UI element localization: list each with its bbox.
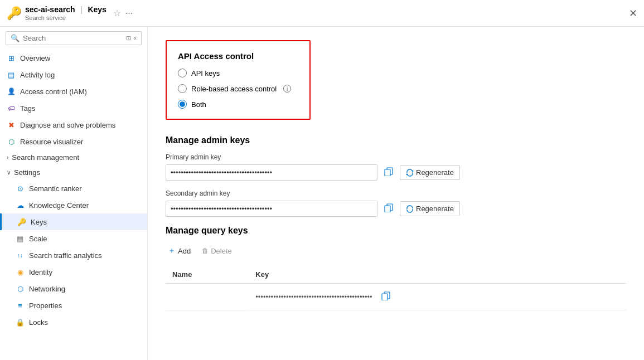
main-content: API Access control API keys Role-based a… <box>148 27 644 360</box>
sidebar-item-knowledge-center[interactable]: ☁ Knowledge Center <box>0 197 147 213</box>
sidebar-item-label: Diagnose and solve problems <box>20 121 141 129</box>
diagram-icon: ⬡ <box>7 137 16 146</box>
primary-key-input[interactable] <box>166 164 377 181</box>
radio-role-based-label: Role-based access control <box>191 85 277 93</box>
query-key-dots: ••••••••••••••••••••••••••••••••••••••••… <box>255 293 372 301</box>
collapse-icon[interactable]: « <box>133 35 137 42</box>
add-delete-row: ＋ Add 🗑 Delete <box>166 244 626 258</box>
secondary-key-input[interactable] <box>166 201 377 217</box>
close-icon[interactable]: ✕ <box>629 7 637 20</box>
radio-group: API keys Role-based access control i Bot… <box>178 69 298 109</box>
chevron-right-icon: › <box>7 154 8 160</box>
tag-icon: 🏷 <box>7 104 16 113</box>
api-access-box: API Access control API keys Role-based a… <box>166 40 311 120</box>
primary-key-copy-button[interactable] <box>382 165 395 180</box>
sidebar-item-keys[interactable]: 🔑 Keys <box>0 213 147 230</box>
secondary-key-copy-button[interactable] <box>382 201 395 216</box>
sidebar-item-overview[interactable]: ⊞ Overview <box>0 50 147 66</box>
sidebar-item-label: Scale <box>29 235 141 243</box>
more-options-icon[interactable]: ··· <box>125 8 133 18</box>
query-keys-title: Manage query keys <box>166 226 626 236</box>
search-icon: 🔍 <box>11 34 20 42</box>
sidebar-item-networking[interactable]: ⬡ Networking <box>0 280 147 297</box>
svg-rect-3 <box>385 206 390 212</box>
column-key: Key <box>249 266 626 284</box>
sidebar-item-label: Properties <box>29 301 141 310</box>
radio-api-keys-input[interactable] <box>178 69 187 77</box>
secondary-key-group: Secondary admin key Regenerate <box>166 189 626 217</box>
search-input[interactable] <box>23 34 123 42</box>
wrench-icon: ✖ <box>7 120 16 129</box>
sidebar-item-resource-visualizer[interactable]: ⬡ Resource visualizer <box>0 133 147 150</box>
query-key-name <box>166 284 249 311</box>
favorite-icon[interactable]: ☆ <box>113 8 121 18</box>
sidebar-item-tags[interactable]: 🏷 Tags <box>0 100 147 116</box>
add-query-key-button[interactable]: ＋ Add <box>166 244 193 258</box>
admin-keys-title: Manage admin keys <box>166 135 626 145</box>
sidebar-item-label: Semantic ranker <box>29 184 141 193</box>
radio-both-input[interactable] <box>178 100 187 109</box>
column-name: Name <box>166 266 249 284</box>
semantic-icon: ⊙ <box>16 184 25 193</box>
sidebar-item-diagnose[interactable]: ✖ Diagnose and solve problems <box>0 116 147 133</box>
query-key-copy-button[interactable] <box>379 289 393 304</box>
secondary-key-row: Regenerate <box>166 201 626 217</box>
sidebar-item-scale[interactable]: ▦ Scale <box>0 230 147 247</box>
knowledge-icon: ☁ <box>16 201 25 210</box>
sidebar-item-label: Knowledge Center <box>29 201 141 210</box>
add-label: Add <box>178 247 191 255</box>
delete-query-key-button[interactable]: 🗑 Delete <box>200 245 234 257</box>
chevron-down-icon: ∨ <box>7 169 11 176</box>
sidebar-item-properties[interactable]: ≡ Properties <box>0 297 147 314</box>
sidebar-search-management[interactable]: › Search management <box>0 150 147 165</box>
sidebar-item-access-control[interactable]: 👤 Access control (IAM) <box>0 83 147 100</box>
radio-api-keys[interactable]: API keys <box>178 69 298 77</box>
sidebar-item-label: Activity log <box>20 71 141 79</box>
info-icon[interactable]: i <box>283 85 291 93</box>
search-box[interactable]: 🔍 ⊡ « <box>6 31 142 45</box>
query-key-value: ••••••••••••••••••••••••••••••••••••••••… <box>249 284 626 310</box>
radio-role-based[interactable]: Role-based access control i <box>178 84 298 93</box>
primary-regen-label: Regenerate <box>416 168 454 177</box>
lock-icon: 🔒 <box>16 318 25 327</box>
person-icon: 👤 <box>7 87 16 96</box>
radio-api-keys-label: API keys <box>191 69 220 77</box>
topbar-icon: 🔑 <box>7 6 22 21</box>
secondary-regen-label: Regenerate <box>416 205 454 213</box>
svg-rect-1 <box>385 169 390 176</box>
sidebar-item-semantic-ranker[interactable]: ⊙ Semantic ranker <box>0 180 147 197</box>
radio-both[interactable]: Both <box>178 100 298 109</box>
primary-key-regenerate-button[interactable]: Regenerate <box>400 165 460 180</box>
sidebar-item-label: Overview <box>20 54 141 62</box>
scale-icon: ▦ <box>16 234 25 243</box>
delete-label: Delete <box>211 247 232 255</box>
topbar-service-type: Search service <box>25 14 106 21</box>
log-icon: ▤ <box>7 70 16 79</box>
secondary-key-label: Secondary admin key <box>166 189 626 197</box>
sidebar-item-label: Search traffic analytics <box>29 251 141 260</box>
analytics-icon: ↑↓ <box>16 251 25 260</box>
primary-key-row: Regenerate <box>166 164 626 181</box>
sidebar-item-identity[interactable]: ◉ Identity <box>0 264 147 280</box>
key-icon: 🔑 <box>17 217 26 226</box>
plus-icon: ＋ <box>168 246 176 256</box>
topbar-service-name: sec-ai-search <box>25 5 75 14</box>
secondary-key-regenerate-button[interactable]: Regenerate <box>400 201 460 216</box>
topbar: 🔑 sec-ai-search | Keys Search service ☆ … <box>0 0 644 27</box>
filter-icon[interactable]: ⊡ <box>126 35 131 42</box>
sidebar-item-label: Networking <box>29 285 141 293</box>
sidebar-item-activity-log[interactable]: ▤ Activity log <box>0 66 147 83</box>
sidebar-item-label: Resource visualizer <box>20 138 141 146</box>
trash-icon: 🗑 <box>202 247 209 255</box>
table-row: ••••••••••••••••••••••••••••••••••••••••… <box>166 284 626 311</box>
network-icon: ⬡ <box>16 284 25 293</box>
radio-role-based-input[interactable] <box>178 84 187 93</box>
primary-key-label: Primary admin key <box>166 153 626 161</box>
sidebar-item-search-traffic[interactable]: ↑↓ Search traffic analytics <box>0 247 147 264</box>
primary-key-group: Primary admin key Regener <box>166 153 626 181</box>
sidebar-item-locks[interactable]: 🔒 Locks <box>0 314 147 330</box>
sidebar-section-label: Settings <box>14 168 40 177</box>
sidebar-item-label: Keys <box>31 218 141 226</box>
identity-icon: ◉ <box>16 267 25 276</box>
sidebar-settings[interactable]: ∨ Settings <box>0 165 147 180</box>
